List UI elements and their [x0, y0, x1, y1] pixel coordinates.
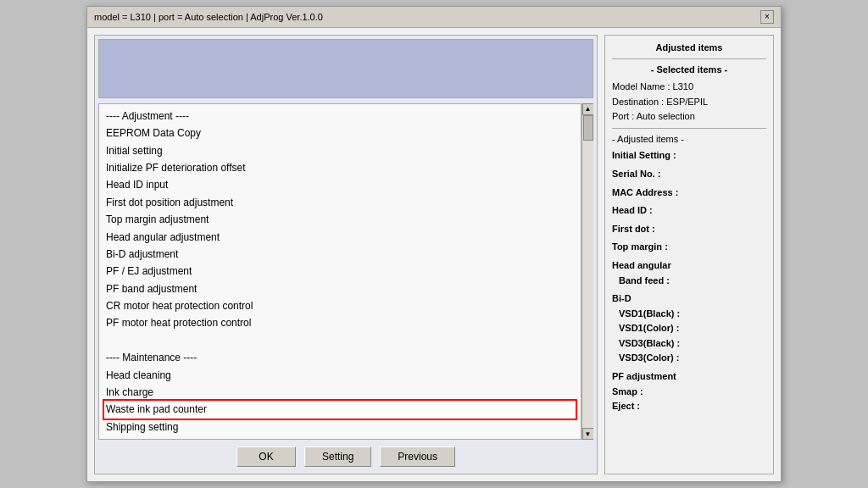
vsd1-color-field: VSD1(Color) :	[612, 321, 766, 336]
menu-item-pf-ej[interactable]: PF / EJ adjustment	[104, 263, 576, 280]
model-name-value: L310	[673, 81, 693, 92]
destination-value: ESP/EPIL	[666, 97, 708, 107]
window-title: model = L310 | port = Auto selection | A…	[94, 12, 323, 22]
window-body: ---- Adjustment ---- EEPROM Data Copy In…	[87, 28, 781, 481]
first-dot-field: First dot :	[612, 222, 766, 237]
menu-item-bid[interactable]: Bi-D adjustment	[104, 246, 576, 263]
destination-label: Destination :	[612, 97, 666, 107]
top-margin-field: Top margin :	[612, 240, 766, 255]
menu-item-shipping[interactable]: Shipping setting	[104, 419, 576, 435]
list-container: ---- Adjustment ---- EEPROM Data Copy In…	[98, 103, 593, 440]
head-angular-field: Head angular	[612, 258, 766, 274]
pf-adjustment-field: PF adjustment	[612, 369, 766, 385]
menu-list: ---- Adjustment ---- EEPROM Data Copy In…	[98, 103, 581, 440]
bid-field: Bi-D	[612, 291, 766, 307]
divider-1	[612, 58, 766, 59]
vsd1-black-field: VSD1(Black) :	[612, 307, 766, 322]
menu-item-ink-charge[interactable]: Ink charge	[104, 384, 576, 401]
vsd3-black-field: VSD3(Black) :	[612, 336, 766, 352]
serial-no-field: Serial No. :	[612, 167, 766, 182]
scroll-track[interactable]	[582, 115, 593, 428]
setting-button[interactable]: Setting	[304, 446, 371, 467]
menu-item-eeprom[interactable]: EEPROM Data Copy	[104, 125, 576, 141]
scroll-thumb[interactable]	[583, 115, 593, 141]
menu-item-initial-setting[interactable]: Initial setting	[104, 142, 576, 159]
vsd3-color-field: VSD3(Color) :	[612, 351, 766, 366]
smap-field: Smap :	[612, 385, 766, 400]
menu-item-pf-deterioration[interactable]: Initialize PF deterioration offset	[104, 159, 576, 176]
menu-item-head-angular[interactable]: Head angular adjustment	[104, 229, 576, 246]
band-feed-field: Band feed :	[612, 274, 766, 289]
main-window: model = L310 | port = Auto selection | A…	[86, 6, 782, 482]
left-panel: ---- Adjustment ---- EEPROM Data Copy In…	[94, 35, 598, 474]
menu-item-pf-motor[interactable]: PF motor heat protection control	[104, 314, 576, 331]
divider-2	[612, 128, 766, 129]
mac-address-field: MAC Address :	[612, 186, 766, 201]
menu-item-top-margin[interactable]: Top margin adjustment	[104, 211, 576, 228]
port-label: Port :	[612, 111, 637, 121]
right-panel: Adjusted items - Selected items - Model …	[604, 35, 774, 474]
scroll-up-button[interactable]: ▲	[582, 103, 594, 115]
menu-item-head-cleaning[interactable]: Head cleaning	[104, 367, 576, 384]
model-name-label: Model Name :	[612, 81, 673, 92]
menu-item-cr-motor[interactable]: CR motor heat protection control	[104, 297, 576, 314]
menu-item-pf-band[interactable]: PF band adjustment	[104, 280, 576, 297]
ok-button[interactable]: OK	[236, 446, 296, 467]
scroll-down-button[interactable]: ▼	[582, 428, 594, 440]
destination-line: Destination : ESP/EPIL	[612, 95, 766, 110]
title-bar: model = L310 | port = Auto selection | A…	[87, 7, 781, 28]
preview-area	[98, 39, 593, 98]
previous-button[interactable]: Previous	[380, 446, 455, 467]
adjusted-header: - Adjusted items -	[612, 132, 766, 147]
eject-field: Eject :	[612, 399, 766, 414]
scrollbar[interactable]: ▲ ▼	[581, 103, 593, 440]
menu-item-head-id[interactable]: Head ID input	[104, 176, 576, 193]
adjustment-header: ---- Adjustment ----	[104, 108, 576, 125]
adjusted-items-title: Adjusted items	[612, 41, 766, 56]
menu-item-waste-ink[interactable]: Waste ink pad counter	[104, 401, 576, 418]
initial-setting-field: Initial Setting :	[612, 148, 766, 164]
port-value: Auto selection	[637, 111, 695, 121]
head-id-field: Head ID :	[612, 203, 766, 219]
close-button[interactable]: ×	[760, 10, 774, 24]
model-name-line: Model Name : L310	[612, 80, 766, 95]
port-line: Port : Auto selection	[612, 109, 766, 125]
maintenance-header: ---- Maintenance ----	[104, 349, 576, 366]
menu-item-first-dot[interactable]: First dot position adjustment	[104, 194, 576, 211]
selected-header: - Selected items -	[612, 63, 766, 78]
button-row: OK Setting Previous	[98, 440, 593, 470]
